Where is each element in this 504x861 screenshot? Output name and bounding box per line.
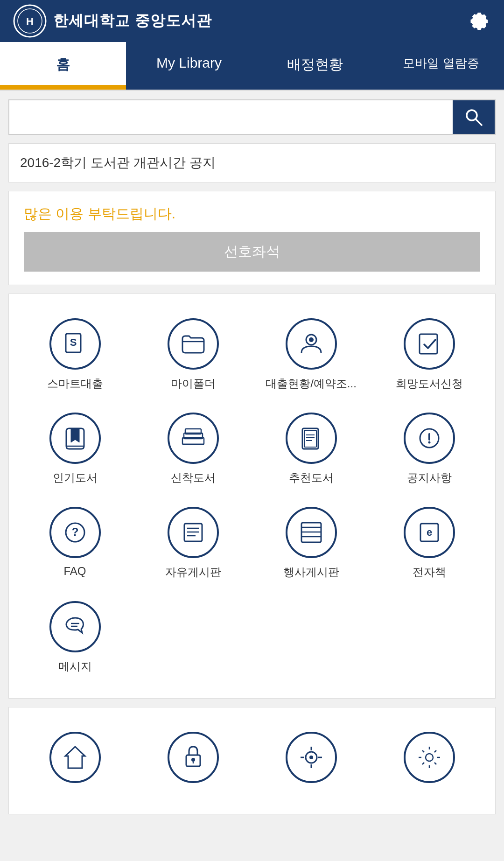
nav-seat-status[interactable]: 배정현황 xyxy=(252,42,378,90)
bottom-icon-4 xyxy=(404,732,455,783)
svg-text:H: H xyxy=(26,15,34,27)
notice-bar[interactable]: 2016-2학기 도서관 개관시간 공지 xyxy=(8,143,496,182)
message-icon xyxy=(49,601,101,652)
bottom-icon-2 xyxy=(168,732,219,783)
bottom-icon-1 xyxy=(49,732,101,783)
settings-icon[interactable] xyxy=(467,7,491,36)
menu-ebook[interactable]: e 전자책 xyxy=(372,498,486,588)
bottom-item-3[interactable] xyxy=(254,723,368,798)
svg-rect-16 xyxy=(302,428,318,449)
wish-book-icon xyxy=(404,318,455,370)
notice-icon xyxy=(404,413,455,464)
ebook-label: 전자책 xyxy=(413,565,446,580)
bottom-icon-3 xyxy=(286,732,337,783)
faq-label: FAQ xyxy=(63,565,86,578)
my-folder-icon xyxy=(168,318,219,370)
nav-mobile-browse[interactable]: 모바일 열람증 xyxy=(378,42,504,90)
popular-book-icon xyxy=(49,413,101,464)
popular-book-label: 인기도서 xyxy=(53,470,98,485)
menu-event-board[interactable]: 행사게시판 xyxy=(254,498,368,588)
search-button[interactable] xyxy=(453,100,495,134)
ebook-icon: e xyxy=(404,507,455,558)
nav-home[interactable]: 홈 xyxy=(0,42,126,90)
bottom-item-4[interactable] xyxy=(372,723,486,798)
nav-my-library[interactable]: My Library xyxy=(126,42,252,90)
menu-wish-book[interactable]: 희망도서신청 xyxy=(372,310,486,399)
notice-label: 공지사항 xyxy=(407,470,452,485)
loan-status-label: 대출현황/예약조... xyxy=(266,376,357,391)
new-book-label: 신착도서 xyxy=(171,470,216,485)
message-label: 메시지 xyxy=(58,659,92,674)
wish-book-label: 희망도서신청 xyxy=(396,376,463,391)
menu-notice[interactable]: 공지사항 xyxy=(372,404,486,494)
search-icon xyxy=(464,107,483,127)
menu-smart-loan[interactable]: S 스마트대출 xyxy=(18,310,132,399)
menu-free-board[interactable]: 자유게시판 xyxy=(136,498,250,588)
bottom-item-2[interactable] xyxy=(136,723,250,798)
menu-popular-book[interactable]: 인기도서 xyxy=(18,404,132,494)
preferred-seat-button[interactable]: 선호좌석 xyxy=(24,232,480,272)
menu-faq[interactable]: ? FAQ xyxy=(18,498,132,588)
svg-point-47 xyxy=(426,754,433,761)
event-board-icon xyxy=(286,507,337,558)
bottom-section xyxy=(8,707,496,814)
new-book-icon xyxy=(168,413,219,464)
smart-loan-icon: S xyxy=(49,318,101,370)
main-nav: 홈 My Library 배정현황 모바일 열람증 xyxy=(0,42,504,91)
faq-icon: ? xyxy=(49,507,101,558)
menu-new-book[interactable]: 신착도서 xyxy=(136,404,250,494)
svg-text:S: S xyxy=(70,336,77,348)
menu-my-folder[interactable]: 마이폴더 xyxy=(136,310,250,399)
svg-point-42 xyxy=(309,756,313,759)
free-board-label: 자유게시판 xyxy=(165,565,221,580)
free-board-icon xyxy=(168,507,219,558)
svg-text:e: e xyxy=(426,526,432,538)
logo-emblem: H xyxy=(13,4,47,38)
loan-status-icon xyxy=(286,318,337,370)
menu-grid-container: S 스마트대출 마이폴더 대출현황/예약조... xyxy=(8,294,496,699)
smart-loan-label: 스마트대출 xyxy=(47,376,103,391)
recommend-book-icon xyxy=(286,413,337,464)
svg-rect-17 xyxy=(304,430,316,447)
notice-text: 2016-2학기 도서관 개관시간 공지 xyxy=(20,155,216,170)
svg-point-39 xyxy=(191,758,195,762)
my-library-card: 많은 이용 부탁드립니다. 선호좌석 xyxy=(8,191,496,285)
logo-text: 한세대학교 중앙도서관 xyxy=(53,11,212,31)
menu-grid: S 스마트대출 마이폴더 대출현황/예약조... xyxy=(14,305,490,687)
svg-point-9 xyxy=(309,337,314,342)
bottom-grid xyxy=(14,719,490,803)
recommend-book-label: 추천도서 xyxy=(289,470,334,485)
svg-line-4 xyxy=(476,119,482,125)
svg-text:?: ? xyxy=(71,525,78,538)
svg-point-23 xyxy=(428,441,430,444)
greeting-text: 많은 이용 부탁드립니다. xyxy=(24,204,480,224)
search-input[interactable] xyxy=(9,100,453,134)
menu-recommend-book[interactable]: 추천도서 xyxy=(254,404,368,494)
svg-rect-10 xyxy=(420,334,437,354)
bottom-item-1[interactable] xyxy=(18,723,132,798)
event-board-label: 행사게시판 xyxy=(283,565,339,580)
my-folder-label: 마이폴더 xyxy=(171,376,216,391)
app-header: H 한세대학교 중앙도서관 xyxy=(0,0,504,42)
logo: H 한세대학교 중앙도서관 xyxy=(13,4,212,38)
search-bar xyxy=(8,99,496,135)
menu-message[interactable]: 메시지 xyxy=(18,593,132,682)
menu-loan-status[interactable]: 대출현황/예약조... xyxy=(254,310,368,399)
